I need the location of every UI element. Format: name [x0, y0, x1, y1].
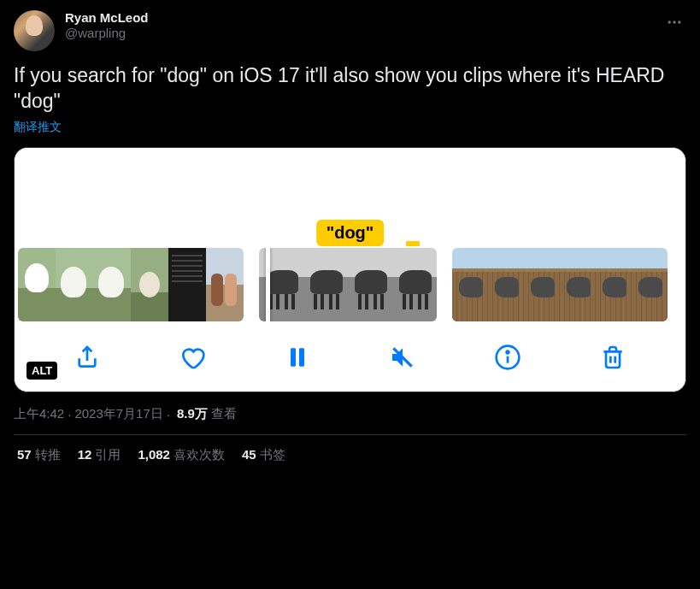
translate-link[interactable]: 翻译推文	[14, 120, 62, 135]
tweet-text: If you search for "dog" on iOS 17 it'll …	[14, 63, 686, 115]
info-icon[interactable]	[492, 342, 523, 373]
author-block[interactable]: Ryan McLeod @warpling	[65, 10, 149, 41]
meta-separator: ·	[167, 407, 170, 421]
tweet-meta[interactable]: 上午4:42 · 2023年7月17日 · 8.9万 查看	[14, 406, 686, 422]
more-icon[interactable]	[662, 10, 686, 38]
timeline-marker	[406, 241, 420, 246]
pause-icon[interactable]	[282, 342, 313, 373]
svg-point-1	[673, 21, 675, 23]
bookmarks-label: 书签	[260, 447, 285, 463]
thumbnail-frame	[524, 248, 560, 321]
retweets-count: 57	[17, 447, 32, 463]
svg-point-2	[678, 21, 680, 23]
thumbnail-frame	[93, 248, 131, 321]
avatar[interactable]	[14, 10, 55, 51]
tweet-date: 2023年7月17日	[74, 406, 162, 422]
thumbnail-frame	[392, 248, 437, 321]
likes-stat[interactable]: 1,082 喜欢次数	[138, 447, 225, 463]
media-toolbar	[15, 323, 685, 392]
thumbnail-frame	[131, 248, 168, 321]
tweet-time: 上午4:42	[14, 406, 64, 422]
mute-icon[interactable]	[387, 342, 418, 373]
clip-2[interactable]	[259, 248, 437, 321]
tweet-header: Ryan McLeod @warpling	[14, 10, 686, 51]
media-blank-area: "dog"	[15, 148, 685, 246]
thumbnail-frame	[303, 248, 348, 321]
quotes-count: 12	[78, 447, 92, 463]
thumbnail-frame	[488, 248, 524, 321]
likes-label: 喜欢次数	[174, 447, 225, 463]
svg-rect-3	[291, 348, 296, 366]
svg-rect-4	[299, 348, 304, 366]
stats-row: 57 转推 12 引用 1,082 喜欢次数 45 书签	[14, 435, 686, 463]
clip-1[interactable]	[18, 248, 244, 321]
thumbnail-frame	[632, 248, 668, 321]
bookmarks-count: 45	[242, 447, 256, 463]
quotes-stat[interactable]: 12 引用	[78, 447, 121, 463]
thumbnail-frame	[348, 248, 392, 321]
views-count: 8.9万	[177, 406, 208, 422]
retweets-label: 转推	[35, 447, 61, 463]
thumbnail-frame	[560, 248, 596, 321]
display-name: Ryan McLeod	[65, 10, 149, 26]
clip-3[interactable]	[452, 248, 668, 321]
thumbnail-frame	[452, 248, 488, 321]
retweets-stat[interactable]: 57 转推	[17, 447, 61, 463]
playhead[interactable]	[266, 248, 270, 321]
bookmarks-stat[interactable]: 45 书签	[242, 447, 285, 463]
meta-separator: ·	[68, 407, 71, 421]
tweet-container: Ryan McLeod @warpling If you search for …	[0, 0, 700, 474]
quotes-label: 引用	[95, 447, 121, 463]
heart-icon[interactable]	[177, 342, 208, 373]
likes-count: 1,082	[138, 447, 170, 463]
handle: @warpling	[65, 26, 149, 41]
views-label: 查看	[211, 406, 237, 422]
media-card[interactable]: "dog"	[14, 147, 686, 392]
alt-badge[interactable]: ALT	[26, 362, 57, 380]
thumbnail-frame	[206, 248, 244, 321]
trash-icon[interactable]	[597, 342, 628, 373]
share-icon[interactable]	[72, 342, 103, 373]
svg-point-8	[506, 350, 509, 353]
video-timeline[interactable]	[15, 246, 685, 323]
thumbnail-frame	[596, 248, 632, 321]
thumbnail-frame	[18, 248, 56, 321]
thumbnail-frame	[168, 248, 206, 321]
search-term-badge: "dog"	[316, 220, 385, 246]
svg-point-0	[668, 21, 671, 23]
thumbnail-frame	[56, 248, 93, 321]
